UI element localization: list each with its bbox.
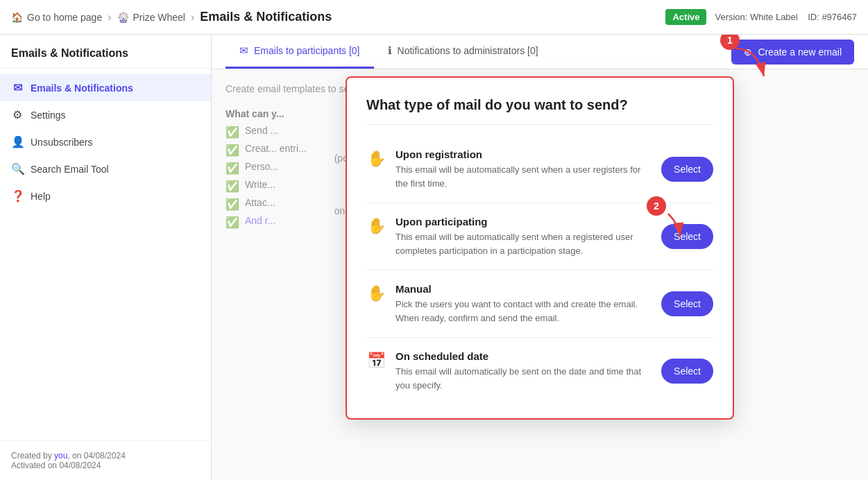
settings-icon: ⚙ bbox=[11, 108, 24, 121]
tab-notifications-admins[interactable]: ℹ Notifications to administrators [0] bbox=[374, 35, 552, 69]
participating-icon: ✋ bbox=[366, 217, 386, 235]
info-tab-icon: ℹ bbox=[388, 44, 392, 57]
tab-label: Emails to participants [0] bbox=[254, 45, 360, 56]
search-icon: 🔍 bbox=[11, 162, 24, 175]
email-type-upon-registration: ✋ Upon registration This email will be a… bbox=[366, 136, 713, 203]
user-icon: 👤 bbox=[11, 135, 24, 148]
participating-content: Upon participating This email will be au… bbox=[395, 216, 652, 257]
manual-desc: Pick the users you want to contact with … bbox=[395, 298, 652, 325]
main-content: ✉ Emails to participants [0] ℹ Notificat… bbox=[212, 35, 868, 480]
email-tab-icon: ✉ bbox=[239, 44, 248, 57]
sidebar-item-label: Help bbox=[31, 191, 51, 202]
sidebar-header: Emails & Notifications bbox=[0, 35, 211, 69]
annotation-2: 2 bbox=[647, 196, 666, 216]
create-new-email-button[interactable]: ⊕ Create a new email bbox=[731, 40, 854, 65]
email-type-upon-participating: ✋ Upon participating This email will be … bbox=[366, 203, 713, 271]
email-type-manual: ✋ Manual Pick the users you want to cont… bbox=[366, 271, 713, 338]
sidebar-item-label: Settings bbox=[31, 110, 66, 121]
manual-name: Manual bbox=[395, 283, 652, 295]
help-icon: ❓ bbox=[11, 189, 24, 203]
tab-label: Notifications to administrators [0] bbox=[398, 45, 538, 56]
registration-name: Upon registration bbox=[395, 148, 652, 160]
active-badge: Active bbox=[665, 9, 706, 25]
sidebar-item-help[interactable]: ❓ Help bbox=[0, 182, 211, 209]
sidebar-footer: Created by you, on 04/08/2024 Activated … bbox=[0, 440, 211, 480]
select-scheduled-button[interactable]: Select bbox=[661, 359, 713, 384]
scheduled-name: On scheduled date bbox=[395, 350, 652, 362]
sidebar-item-label: Unsubscribers bbox=[31, 137, 92, 148]
tab-emails-participants[interactable]: ✉ Emails to participants [0] bbox=[225, 35, 374, 69]
plus-icon: ⊕ bbox=[744, 46, 752, 58]
created-by: Created by you, on 04/08/2024 bbox=[11, 451, 200, 461]
version-info: Version: White Label ID: #976467 bbox=[715, 12, 857, 22]
activated-on: Activated on 04/08/2024 bbox=[11, 461, 200, 470]
breadcrumb-sep2: › bbox=[191, 11, 194, 24]
breadcrumb-sep: › bbox=[108, 11, 111, 24]
nav-right: Active Version: White Label ID: #976467 bbox=[665, 9, 857, 25]
modal-title: What type of mail do you want to send? bbox=[366, 97, 713, 125]
prize-wheel-link[interactable]: 🎡 Prize Wheel bbox=[117, 12, 185, 23]
tabs-bar: ✉ Emails to participants [0] ℹ Notificat… bbox=[212, 35, 868, 69]
emails-icon: ✉ bbox=[11, 81, 24, 94]
create-btn-label: Create a new email bbox=[758, 46, 842, 58]
sidebar-item-label: Emails & Notifications bbox=[31, 83, 133, 94]
select-registration-button[interactable]: Select bbox=[661, 157, 713, 182]
home-link[interactable]: 🏠 Go to home page bbox=[11, 12, 102, 23]
content-area: Create email templates to send to the pa… bbox=[212, 69, 868, 480]
registration-content: Upon registration This email will be aut… bbox=[395, 148, 652, 190]
sidebar-item-unsubscribers[interactable]: 👤 Unsubscribers bbox=[0, 128, 211, 155]
manual-icon: ✋ bbox=[366, 284, 386, 302]
home-label: Go to home page bbox=[27, 12, 102, 23]
sidebar-nav: ✉ Emails & Notifications ⚙ Settings 👤 Un… bbox=[0, 69, 211, 440]
sidebar-item-emails-notifications[interactable]: ✉ Emails & Notifications bbox=[0, 74, 211, 101]
nav-left: 🏠 Go to home page › 🎡 Prize Wheel › Emai… bbox=[11, 10, 657, 24]
layout: Emails & Notifications ✉ Emails & Notifi… bbox=[0, 35, 868, 480]
modal-overlay: What type of mail do you want to send? ✋… bbox=[212, 69, 868, 480]
scheduled-content: On scheduled date This email will automa… bbox=[395, 350, 652, 392]
page-title: Emails & Notifications bbox=[200, 10, 332, 24]
tabs-left: ✉ Emails to participants [0] ℹ Notificat… bbox=[225, 35, 552, 69]
participating-desc: This email will be automatically sent wh… bbox=[395, 230, 652, 257]
participating-name: Upon participating bbox=[395, 216, 652, 228]
home-icon: 🏠 bbox=[11, 12, 23, 23]
email-type-modal: What type of mail do you want to send? ✋… bbox=[346, 76, 734, 420]
sidebar: Emails & Notifications ✉ Emails & Notifi… bbox=[0, 35, 212, 480]
sidebar-item-search-email-tool[interactable]: 🔍 Search Email Tool bbox=[0, 155, 211, 182]
sidebar-item-label: Search Email Tool bbox=[31, 164, 109, 175]
sidebar-item-settings[interactable]: ⚙ Settings bbox=[0, 101, 211, 128]
select-participating-button[interactable]: Select bbox=[661, 224, 713, 249]
email-type-scheduled: 📅 On scheduled date This email will auto… bbox=[366, 338, 713, 404]
registration-desc: This email will be automatically sent wh… bbox=[395, 163, 652, 190]
top-nav: 🏠 Go to home page › 🎡 Prize Wheel › Emai… bbox=[0, 0, 868, 35]
prize-wheel-label: Prize Wheel bbox=[133, 12, 185, 23]
manual-content: Manual Pick the users you want to contac… bbox=[395, 283, 652, 325]
prize-wheel-icon: 🎡 bbox=[117, 12, 129, 23]
scheduled-icon: 📅 bbox=[366, 352, 386, 370]
select-manual-button[interactable]: Select bbox=[661, 291, 713, 316]
registration-icon: ✋ bbox=[366, 150, 386, 168]
scheduled-desc: This email will automatically be sent on… bbox=[395, 365, 652, 392]
